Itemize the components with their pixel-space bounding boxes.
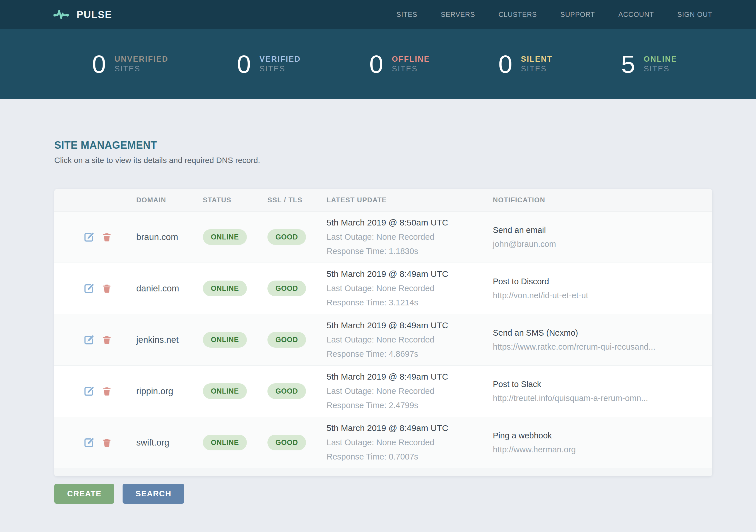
table-header-row: DOMAIN STATUS SSL / TLS LATEST UPDATE NO…: [54, 189, 712, 212]
stat-label: SILENT: [521, 55, 553, 64]
nav-item-clusters[interactable]: CLUSTERS: [499, 11, 537, 18]
stat-verified: 0 VERIFIED SITES: [237, 52, 301, 77]
domain-cell: rippin.org: [136, 386, 203, 396]
notification-target: http://www.herman.org: [493, 445, 712, 454]
last-outage: Last Outage: None Recorded: [327, 385, 493, 397]
latest-update-cell: 5th March 2019 @ 8:49am UTC: [327, 422, 493, 434]
trash-icon[interactable]: [102, 387, 112, 396]
stat-sublabel: SITES: [644, 64, 677, 74]
last-outage: Last Outage: None Recorded: [327, 282, 493, 295]
table-row[interactable]: braun.com ONLINE GOOD 5th March 2019 @ 8…: [54, 212, 712, 263]
brand-name: PULSE: [77, 9, 112, 20]
notification-type: Ping a webhook: [493, 431, 712, 441]
stat-value: 5: [621, 52, 635, 77]
header-status: STATUS: [203, 196, 267, 204]
response-time: Response Time: 3.1214s: [327, 296, 493, 309]
latest-update-cell: 5th March 2019 @ 8:49am UTC: [327, 268, 493, 280]
header-latest-update: LATEST UPDATE: [327, 196, 493, 204]
stat-offline: 0 OFFLINE SITES: [369, 52, 430, 77]
ssl-badge: GOOD: [267, 281, 306, 296]
stat-value: 0: [237, 52, 251, 77]
response-time: Response Time: 0.7007s: [327, 451, 493, 463]
ssl-badge: GOOD: [267, 435, 306, 450]
edit-icon[interactable]: [84, 437, 94, 448]
page-title: SITE MANAGEMENT: [54, 139, 712, 151]
ssl-badge: GOOD: [267, 229, 306, 245]
status-badge: ONLINE: [203, 281, 247, 296]
stat-label: UNVERIFIED: [115, 55, 169, 64]
domain-cell: jenkins.net: [136, 335, 203, 345]
main-content: SITE MANAGEMENT Click on a site to view …: [0, 139, 756, 504]
brand[interactable]: PULSE: [53, 8, 112, 21]
response-time: Response Time: 2.4799s: [327, 399, 493, 412]
actions-bar: CREATE SEARCH: [54, 484, 712, 504]
trash-icon[interactable]: [102, 284, 112, 293]
last-outage: Last Outage: None Recorded: [327, 334, 493, 346]
nav-item-support[interactable]: SUPPORT: [560, 11, 595, 18]
nav-item-sign-out[interactable]: SIGN OUT: [677, 11, 712, 18]
trash-icon[interactable]: [102, 232, 112, 242]
trash-icon[interactable]: [102, 335, 112, 345]
notification-type: Post to Slack: [493, 380, 712, 389]
domain-cell: daniel.com: [136, 283, 203, 294]
nav-item-account[interactable]: ACCOUNT: [618, 11, 654, 18]
page-subtitle: Click on a site to view its details and …: [54, 156, 712, 165]
response-time: Response Time: 1.1830s: [327, 245, 493, 258]
latest-update-cell: 5th March 2019 @ 8:49am UTC: [327, 370, 493, 383]
latest-update-cell: 5th March 2019 @ 8:49am UTC: [327, 319, 493, 332]
domain-cell: braun.com: [136, 232, 203, 242]
domain-cell: swift.org: [136, 438, 203, 448]
status-badge: ONLINE: [203, 229, 247, 245]
notification-target: https://www.ratke.com/rerum-qui-recusand…: [493, 342, 712, 352]
stats-band: 0 UNVERIFIED SITES 0 VERIFIED SITES 0 OF…: [0, 29, 756, 99]
stat-value: 0: [369, 52, 383, 77]
table-row[interactable]: jenkins.net ONLINE GOOD 5th March 2019 @…: [54, 314, 712, 366]
edit-icon[interactable]: [84, 386, 94, 396]
header-ssl: SSL / TLS: [267, 196, 327, 204]
header-notification: NOTIFICATION: [493, 196, 712, 204]
pulse-logo-icon: [53, 8, 71, 21]
ssl-badge: GOOD: [267, 332, 306, 348]
header-domain: DOMAIN: [136, 196, 203, 204]
nav-item-servers[interactable]: SERVERS: [441, 11, 475, 18]
notification-type: Send an email: [493, 225, 712, 235]
stat-sublabel: SITES: [115, 64, 169, 74]
table-row[interactable]: swift.org ONLINE GOOD 5th March 2019 @ 8…: [54, 417, 712, 469]
notification-target: http://von.net/id-ut-et-et-ut: [493, 291, 712, 300]
latest-update-cell: 5th March 2019 @ 8:50am UTC: [327, 216, 493, 229]
response-time: Response Time: 4.8697s: [327, 348, 493, 361]
notification-target: john@braun.com: [493, 240, 712, 249]
nav-links: SITES SERVERS CLUSTERS SUPPORT ACCOUNT S…: [373, 11, 712, 18]
ssl-badge: GOOD: [267, 383, 306, 399]
edit-icon[interactable]: [84, 335, 94, 345]
stat-value: 0: [498, 52, 512, 77]
notification-type: Post to Discord: [493, 277, 712, 286]
last-outage: Last Outage: None Recorded: [327, 231, 493, 243]
notification-target: http://treutel.info/quisquam-a-rerum-omn…: [493, 393, 712, 403]
navbar: PULSE SITES SERVERS CLUSTERS SUPPORT ACC…: [0, 0, 756, 29]
stat-unverified: 0 UNVERIFIED SITES: [92, 52, 168, 77]
status-badge: ONLINE: [203, 435, 247, 450]
table-row[interactable]: rippin.org ONLINE GOOD 5th March 2019 @ …: [54, 366, 712, 417]
edit-icon[interactable]: [84, 232, 94, 242]
stat-sublabel: SITES: [259, 64, 301, 74]
edit-icon[interactable]: [84, 283, 94, 294]
trash-icon[interactable]: [102, 438, 112, 447]
nav-item-sites[interactable]: SITES: [396, 11, 417, 18]
status-badge: ONLINE: [203, 383, 247, 399]
stat-silent: 0 SILENT SITES: [498, 52, 553, 77]
site-table: DOMAIN STATUS SSL / TLS LATEST UPDATE NO…: [54, 189, 712, 476]
stat-sublabel: SITES: [521, 64, 553, 74]
create-button[interactable]: CREATE: [54, 484, 114, 504]
stat-sublabel: SITES: [392, 64, 430, 74]
status-badge: ONLINE: [203, 332, 247, 348]
search-button[interactable]: SEARCH: [122, 484, 184, 504]
stat-label: ONLINE: [644, 55, 677, 64]
stat-value: 0: [92, 52, 106, 77]
table-footer: [54, 469, 712, 476]
notification-type: Send an SMS (Nexmo): [493, 328, 712, 338]
last-outage: Last Outage: None Recorded: [327, 436, 493, 449]
table-row[interactable]: daniel.com ONLINE GOOD 5th March 2019 @ …: [54, 263, 712, 314]
stat-label: OFFLINE: [392, 55, 430, 64]
stat-label: VERIFIED: [259, 55, 301, 64]
